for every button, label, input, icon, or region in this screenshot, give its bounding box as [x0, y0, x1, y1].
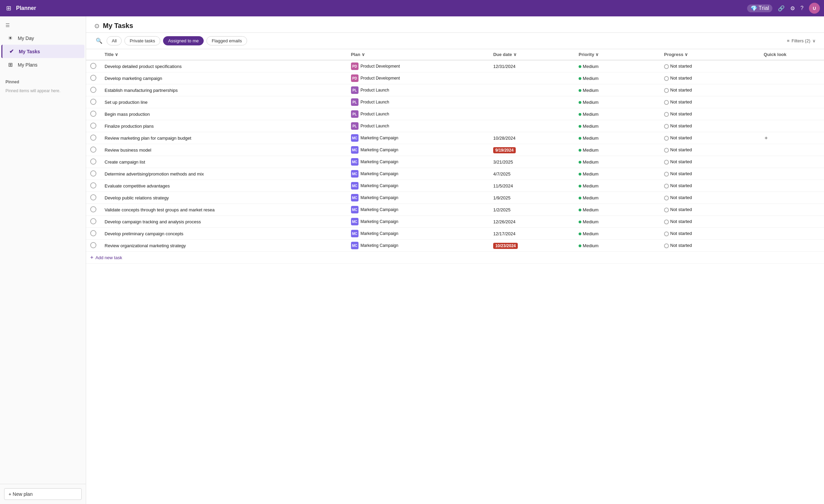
sidebar-item-my-plans[interactable]: ⊞ My Plans — [1, 58, 84, 71]
priority-label: Medium — [583, 64, 598, 69]
new-plan-button[interactable]: + New plan — [4, 488, 82, 500]
plan-name[interactable]: Marketing Campaign — [361, 148, 399, 152]
priority-cell: Medium — [575, 72, 660, 84]
sidebar-collapse-button[interactable]: ☰ — [0, 19, 86, 31]
trial-button[interactable]: 💎 Trial — [747, 4, 773, 12]
task-checkbox[interactable] — [90, 111, 96, 117]
sidebar-item-my-day-label: My Day — [18, 36, 34, 41]
due-date-value: 12/31/2024 — [489, 60, 575, 72]
plan-cell: MCMarketing Campaign — [347, 144, 489, 156]
plan-name[interactable]: Marketing Campaign — [361, 207, 399, 212]
progress-label: Not started — [670, 75, 692, 81]
task-more-button[interactable]: ⋮ — [189, 64, 195, 69]
priority-cell: Medium — [575, 108, 660, 120]
task-info-button[interactable]: ℹ — [185, 64, 188, 69]
task-title[interactable]: Validate concepts through test groups an… — [105, 207, 215, 212]
task-title[interactable]: Establish manufacturing partnerships — [105, 88, 178, 93]
help-icon[interactable]: ? — [800, 5, 803, 11]
progress-circle — [664, 196, 669, 200]
task-checkbox[interactable] — [90, 218, 96, 224]
task-checkbox[interactable] — [90, 230, 96, 236]
task-title[interactable]: Develop preliminary campaign concepts — [105, 231, 184, 236]
task-title[interactable]: Finalize production plans — [105, 124, 154, 129]
col-progress[interactable]: Progress ∨ — [660, 49, 760, 60]
plan-name[interactable]: Marketing Campaign — [361, 243, 399, 248]
priority-dot — [579, 65, 581, 68]
tab-flagged-emails[interactable]: Flagged emails — [206, 36, 247, 45]
task-checkbox[interactable] — [90, 123, 96, 129]
progress-sort-icon: ∨ — [685, 52, 688, 57]
task-title[interactable]: Develop marketing campaign — [105, 76, 162, 81]
progress-circle — [664, 64, 669, 69]
tab-assigned-to-me[interactable]: Assigned to me — [163, 36, 204, 45]
tab-all[interactable]: All — [107, 36, 122, 45]
priority-label: Medium — [583, 219, 598, 224]
tab-private-tasks[interactable]: Private tasks — [124, 36, 160, 45]
plan-name[interactable]: Product Launch — [361, 88, 389, 93]
task-checkbox[interactable] — [90, 158, 96, 165]
plan-name[interactable]: Marketing Campaign — [361, 159, 399, 164]
task-title[interactable]: Review marketing plan for campaign budge… — [105, 136, 191, 141]
plan-name[interactable]: Product Launch — [361, 100, 389, 104]
table-row: Finalize production plansPLProduct Launc… — [86, 120, 824, 132]
task-title[interactable]: Create campaign list — [105, 159, 145, 165]
plan-name[interactable]: Product Launch — [361, 112, 389, 116]
plan-name[interactable]: Product Development — [361, 76, 400, 81]
waffle-icon[interactable]: ⊞ — [4, 2, 13, 14]
plan-name[interactable]: Product Launch — [361, 124, 389, 128]
avatar[interactable]: U — [809, 3, 820, 14]
task-title[interactable]: Review business model — [105, 148, 151, 153]
quick-look-cell — [760, 108, 824, 120]
task-checkbox[interactable] — [90, 182, 96, 188]
task-checkbox[interactable] — [90, 242, 96, 248]
table-row: Review business modelMCMarketing Campaig… — [86, 144, 824, 156]
progress-label: Not started — [670, 243, 692, 248]
task-title[interactable]: Set up production line — [105, 100, 148, 105]
search-button[interactable]: 🔍 — [94, 36, 104, 45]
progress-cell: Not started — [660, 228, 760, 240]
task-checkbox[interactable] — [90, 194, 96, 200]
settings-icon[interactable]: ⚙ — [790, 5, 795, 12]
progress-circle — [664, 172, 669, 177]
sidebar-item-my-tasks[interactable]: ✔ My Tasks — [1, 45, 84, 58]
task-title[interactable]: Develop campaign tracking and analysis p… — [105, 219, 201, 224]
task-checkbox[interactable] — [90, 75, 96, 81]
share-icon[interactable]: 🔗 — [778, 5, 785, 12]
task-list: Develop detailed product specificationsℹ… — [86, 60, 824, 264]
progress-label: Not started — [670, 64, 692, 69]
plan-name[interactable]: Marketing Campaign — [361, 136, 399, 140]
plan-cell: PDProduct Development — [347, 72, 489, 84]
task-checkbox[interactable] — [90, 99, 96, 105]
task-checkbox[interactable] — [90, 135, 96, 141]
plan-name[interactable]: Marketing Campaign — [361, 195, 399, 200]
col-due-date[interactable]: Due date ∨ — [489, 49, 575, 60]
quick-look-icon[interactable]: ✦ — [764, 135, 768, 141]
task-title[interactable]: Begin mass production — [105, 112, 150, 117]
task-title[interactable]: Develop detailed product specifications — [105, 64, 181, 69]
table-row: Develop detailed product specificationsℹ… — [86, 60, 824, 72]
col-priority[interactable]: Priority ∨ — [575, 49, 660, 60]
task-checkbox[interactable] — [90, 206, 96, 212]
due-date-cell — [489, 108, 575, 120]
task-checkbox[interactable] — [90, 170, 96, 177]
task-checkbox[interactable] — [90, 87, 96, 93]
checkbox-cell — [86, 180, 100, 192]
col-title[interactable]: Title ∨ — [100, 49, 347, 60]
task-title[interactable]: Determine advertising/promotion methods … — [105, 171, 204, 177]
table-row: Develop marketing campaignPDProduct Deve… — [86, 72, 824, 84]
add-task-button[interactable]: +Add new task — [90, 254, 122, 261]
col-plan[interactable]: Plan ∨ — [347, 49, 489, 60]
task-checkbox[interactable] — [90, 63, 96, 69]
filters-button[interactable]: ≡ Filters (2) ∨ — [787, 38, 816, 43]
plan-name[interactable]: Product Development — [361, 64, 400, 69]
plan-name[interactable]: Marketing Campaign — [361, 171, 399, 176]
quick-look-cell — [760, 168, 824, 180]
sidebar-item-my-day[interactable]: ☀ My Day — [1, 31, 84, 45]
task-checkbox[interactable] — [90, 146, 96, 153]
plan-name[interactable]: Marketing Campaign — [361, 231, 399, 236]
task-title[interactable]: Review organizational marketing strategy — [105, 243, 186, 248]
task-title[interactable]: Develop public relations strategy — [105, 195, 169, 200]
plan-name[interactable]: Marketing Campaign — [361, 183, 399, 188]
plan-name[interactable]: Marketing Campaign — [361, 219, 399, 224]
task-title[interactable]: Evaluate competitive advantages — [105, 183, 170, 188]
